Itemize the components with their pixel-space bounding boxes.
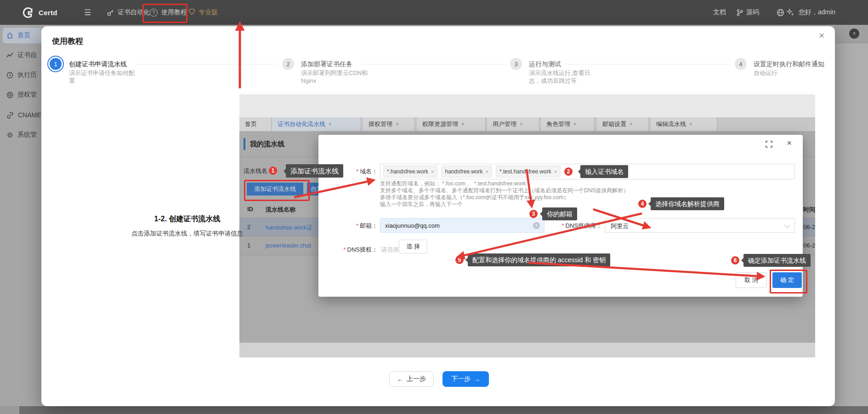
row-time: 06-2 — [803, 224, 815, 230]
close-all-tabs-icon[interactable]: × — [849, 29, 859, 39]
step-2-title: 添加部署证书任务 — [301, 60, 352, 69]
col-id: ID — [247, 206, 253, 213]
prev-step-button[interactable]: ← 上一步 — [389, 371, 434, 387]
step-3-circle: 3 — [510, 58, 522, 70]
git-branch-icon — [737, 9, 743, 16]
step-3-desc: 演示流水线运行,查看日志，成功后跳过等 — [529, 69, 596, 85]
clear-icon[interactable]: × — [533, 222, 540, 229]
annotation-tip-4: 选择你域名解析提供商 — [651, 197, 724, 210]
tab-edit-pipeline[interactable]: 编辑流水线× — [651, 117, 717, 131]
page-right-strip — [835, 25, 868, 406]
confirm-button[interactable]: 确 定 — [772, 272, 802, 288]
app-screen: Certd ☰ 证书自动化 ? 使用教程 专业版 文档 源码 — [0, 0, 868, 414]
sidebar-item-history[interactable]: 执行历 — [6, 68, 37, 82]
chart-line-icon — [6, 52, 13, 59]
panel-title-bar — [244, 138, 245, 150]
step-connector — [134, 64, 277, 64]
domain-tag: *.handsfree.work× — [383, 166, 437, 178]
top-navbar: Certd ☰ 证书自动化 ? 使用教程 专业版 文档 源码 — [0, 0, 868, 25]
key-icon — [107, 9, 114, 16]
tab-roles[interactable]: 角色管理× — [541, 117, 595, 131]
annotation-tip-5: 配置和选择你的域名提供商的 accessid 和 密钥 — [468, 253, 610, 266]
sidebar-item-cname[interactable]: CNAME — [6, 108, 41, 122]
pipeline-link[interactable]: handsfree.work证 — [266, 224, 312, 232]
domain-help-2: 支持多个域名、多个子域名、多个通配符域名打到一个证书上（域名必须是在同一个DNS… — [380, 187, 629, 195]
dns-provider-select[interactable]: 阿里云 — [605, 218, 795, 233]
annotation-badge-6: 6 — [731, 256, 739, 264]
screenshot-footer-strip — [239, 343, 815, 357]
dialog-close-icon[interactable]: × — [787, 138, 792, 148]
email-input[interactable]: xiaojunnuo@qq.com × — [380, 218, 545, 233]
tab-close-icon[interactable]: × — [461, 121, 465, 127]
tab-cert-pipeline[interactable]: 证书自动化流水线× — [272, 117, 361, 131]
sidebar-item-auth[interactable]: 授权管 — [6, 88, 37, 102]
annotation-badge-4: 4 — [638, 200, 647, 208]
add-pipeline-button[interactable]: 添加证书流水线 — [247, 183, 303, 196]
gear-icon — [6, 132, 13, 138]
domain-help-1: 支持通配符域名，例如： *.foo.com 、 *.test.handsfree… — [380, 180, 526, 188]
menu-fold-icon[interactable]: ☰ — [84, 0, 91, 25]
fullscreen-icon[interactable] — [766, 141, 772, 150]
dns-auth-placeholder: 请选择 — [381, 246, 399, 254]
step-connector — [564, 64, 730, 64]
user-greeting[interactable]: 您好，admin — [799, 0, 868, 25]
required-mark: * — [356, 222, 358, 229]
required-mark: * — [343, 246, 346, 253]
nav-pro[interactable]: 专业版 — [188, 0, 218, 25]
next-step-button[interactable]: 下一步 → — [443, 371, 489, 387]
tab-auth[interactable]: 授权管理× — [363, 117, 415, 131]
tab-close-icon[interactable]: × — [520, 121, 523, 127]
chevron-down-icon — [784, 222, 790, 228]
step-2-circle: 2 — [282, 58, 294, 70]
nav-docs[interactable]: 文档 — [713, 0, 726, 25]
step-3-title: 运行与测试 — [529, 60, 561, 69]
annotation-tip-2: 输入证书域名 — [580, 165, 628, 178]
nav-source-label: 源码 — [746, 8, 759, 17]
tab-close-icon[interactable]: × — [630, 121, 633, 127]
tab-permission[interactable]: 权限资源管理× — [417, 117, 486, 131]
modal-close-icon[interactable]: × — [819, 30, 824, 40]
tab-close-icon[interactable]: × — [689, 121, 692, 127]
cancel-button[interactable]: 取 消 — [736, 272, 767, 288]
sidebar-item-system[interactable]: 系统管 — [6, 128, 37, 142]
tutorial-step-desc: 点击添加证书流水线，填写证书申请信息 — [115, 230, 260, 238]
tab-close-icon[interactable]: × — [396, 121, 399, 127]
tag-close-icon[interactable]: × — [431, 169, 434, 174]
pipeline-link[interactable]: powerleader.chat — [266, 242, 311, 249]
sidebar-item-home[interactable]: 首页 — [6, 29, 30, 42]
annotation-tip-3: 你的邮箱 — [542, 207, 577, 220]
tab-home[interactable]: 首页 — [239, 117, 272, 131]
sidebar-item-cert[interactable]: 证书自 — [6, 48, 37, 62]
nav-cert-automation[interactable]: 证书自动化 — [107, 0, 150, 25]
sidebar: 首页 证书自 执行历 授权管 CNAME 系统管 — [0, 25, 41, 406]
tab-close-icon[interactable]: × — [573, 121, 577, 127]
col-name: 流水线名称 — [266, 206, 295, 214]
tag-close-icon[interactable]: × — [554, 169, 557, 174]
tab-close-icon[interactable]: × — [329, 121, 332, 127]
globe-icon[interactable] — [777, 0, 784, 25]
dns-provider-value: 阿里云 — [611, 222, 629, 230]
step-1-desc: 演示证书申请任务如何配置 — [69, 69, 138, 85]
required-mark: * — [356, 168, 358, 175]
required-mark: * — [562, 222, 564, 229]
tab-mailbox[interactable]: 邮箱设置× — [597, 117, 649, 131]
nav-source[interactable]: 源码 — [737, 0, 759, 25]
annotation-tip-1: 添加证书流水线 — [286, 164, 343, 178]
certd-logo-icon[interactable] — [22, 0, 34, 25]
row-time: 06-2 — [803, 242, 815, 249]
choose-auth-button[interactable]: 选 择 — [399, 240, 427, 253]
panel-title: 我的流水线 — [250, 140, 284, 149]
annotation-tip-6: 确定添加证书流水线 — [743, 254, 811, 267]
brand-name[interactable]: Certd — [39, 0, 57, 25]
nav-pro-label: 专业版 — [199, 8, 218, 17]
tab-users[interactable]: 用户管理× — [487, 117, 539, 131]
tag-close-icon[interactable]: × — [486, 169, 488, 174]
domain-input[interactable]: *.handsfree.work× handsfree.work× *.test… — [380, 164, 795, 179]
sparkles-icon[interactable] — [787, 0, 794, 25]
nav-cert-label: 证书自动化 — [118, 8, 150, 17]
step-1-circle: 1 — [50, 58, 62, 70]
nav-tutorial[interactable]: ? 使用教程 — [150, 0, 187, 25]
dns-auth-label: *DNS授权： — [322, 246, 378, 254]
email-label: *邮箱： — [322, 222, 378, 230]
clock-icon — [6, 72, 13, 79]
